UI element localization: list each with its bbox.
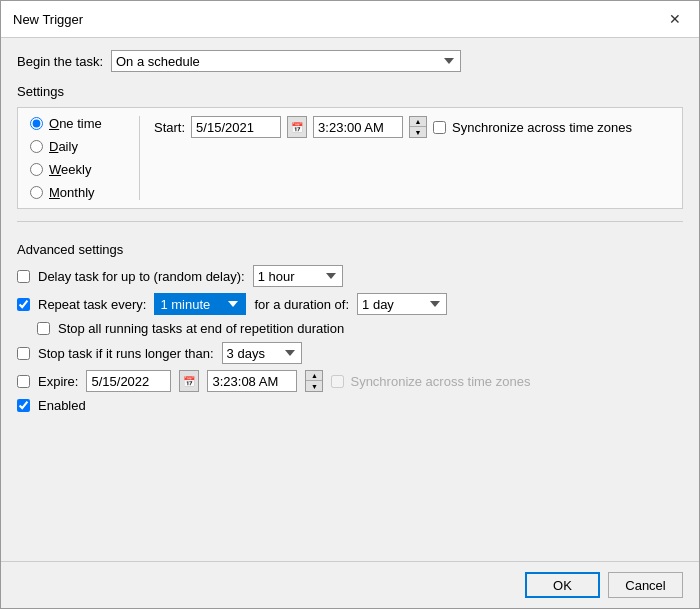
advanced-settings-label: Advanced settings — [17, 242, 683, 257]
stop-longer-dropdown[interactable]: 3 days 1 hour 2 hours 1 day — [222, 342, 302, 364]
radio-monthly[interactable]: Monthly — [30, 185, 125, 200]
radio-weekly[interactable]: Weekly — [30, 162, 125, 177]
enabled-checkbox[interactable] — [17, 399, 30, 412]
delay-task-label: Delay task for up to (random delay): — [38, 269, 245, 284]
delay-task-dropdown[interactable]: 1 hour 30 minutes 1 day — [253, 265, 343, 287]
duration-dropdown[interactable]: 1 day 30 minutes 1 hour 12 hours Indefin… — [357, 293, 447, 315]
advanced-settings-section: Advanced settings Delay task for up to (… — [17, 238, 683, 419]
settings-left-panel: One time Daily Weekly Monthly — [30, 116, 140, 200]
expire-spin-up[interactable]: ▲ — [306, 371, 322, 381]
new-trigger-dialog: New Trigger ✕ Begin the task: On a sched… — [0, 0, 700, 609]
stop-repetition-label: Stop all running tasks at end of repetit… — [58, 321, 344, 336]
sync-timezone-label: Synchronize across time zones — [452, 120, 632, 135]
enabled-label: Enabled — [38, 398, 86, 413]
start-row: Start: 📅 ▲ ▼ Synchronize across time zon… — [154, 116, 670, 138]
close-button[interactable]: ✕ — [663, 9, 687, 29]
start-date-input[interactable] — [191, 116, 281, 138]
begin-task-label: Begin the task: — [17, 54, 103, 69]
cancel-button[interactable]: Cancel — [608, 572, 683, 598]
stop-longer-checkbox[interactable] — [17, 347, 30, 360]
radio-weekly-label: Weekly — [49, 162, 91, 177]
sync-timezone-checkbox[interactable] — [433, 121, 446, 134]
duration-label: for a duration of: — [254, 297, 349, 312]
sync-checkbox-row: Synchronize across time zones — [433, 120, 632, 135]
dialog-title: New Trigger — [13, 12, 83, 27]
start-date-picker-button[interactable]: 📅 — [287, 116, 307, 138]
repeat-task-checkbox[interactable] — [17, 298, 30, 311]
title-bar: New Trigger ✕ — [1, 1, 699, 38]
radio-daily[interactable]: Daily — [30, 139, 125, 154]
time-spinner[interactable]: ▲ ▼ — [409, 116, 427, 138]
settings-right-panel: Start: 📅 ▲ ▼ Synchronize across time zon… — [140, 116, 670, 200]
stop-longer-row: Stop task if it runs longer than: 3 days… — [17, 342, 683, 364]
radio-daily-label: Daily — [49, 139, 78, 154]
start-time-input[interactable] — [313, 116, 403, 138]
start-label: Start: — [154, 120, 185, 135]
expire-date-input[interactable] — [86, 370, 171, 392]
dialog-footer: OK Cancel — [1, 561, 699, 608]
expire-checkbox[interactable] — [17, 375, 30, 388]
delay-task-checkbox[interactable] — [17, 270, 30, 283]
repeat-task-dropdown[interactable]: 1 minute 5 minutes 10 minutes 30 minutes… — [154, 293, 246, 315]
divider — [17, 221, 683, 222]
begin-task-row: Begin the task: On a schedule At log on … — [17, 50, 683, 72]
radio-monthly-label: Monthly — [49, 185, 95, 200]
radio-onetime[interactable]: One time — [30, 116, 125, 131]
expire-date-picker-button[interactable]: 📅 — [179, 370, 199, 392]
stop-repetition-row: Stop all running tasks at end of repetit… — [37, 321, 683, 336]
expire-time-input[interactable] — [207, 370, 297, 392]
repeat-task-row: Repeat task every: 1 minute 5 minutes 10… — [17, 293, 683, 315]
time-spin-down[interactable]: ▼ — [410, 127, 426, 137]
radio-onetime-label: One time — [49, 116, 102, 131]
begin-task-select[interactable]: On a schedule At log on At startup On id… — [111, 50, 461, 72]
expire-sync-checkbox[interactable] — [331, 375, 344, 388]
dialog-body: Begin the task: On a schedule At log on … — [1, 38, 699, 561]
expire-sync-label: Synchronize across time zones — [350, 374, 530, 389]
expire-time-spinner[interactable]: ▲ ▼ — [305, 370, 323, 392]
settings-box: One time Daily Weekly Monthly Sta — [17, 107, 683, 209]
expire-sync-row: Synchronize across time zones — [331, 374, 530, 389]
time-spin-up[interactable]: ▲ — [410, 117, 426, 127]
stop-longer-label: Stop task if it runs longer than: — [38, 346, 214, 361]
expire-row: Expire: 📅 ▲ ▼ Synchronize across time zo… — [17, 370, 683, 392]
settings-label: Settings — [17, 84, 683, 99]
stop-repetition-checkbox[interactable] — [37, 322, 50, 335]
enabled-row: Enabled — [17, 398, 683, 413]
ok-button[interactable]: OK — [525, 572, 600, 598]
expire-label: Expire: — [38, 374, 78, 389]
delay-task-row: Delay task for up to (random delay): 1 h… — [17, 265, 683, 287]
repeat-task-label: Repeat task every: — [38, 297, 146, 312]
expire-spin-down[interactable]: ▼ — [306, 381, 322, 391]
